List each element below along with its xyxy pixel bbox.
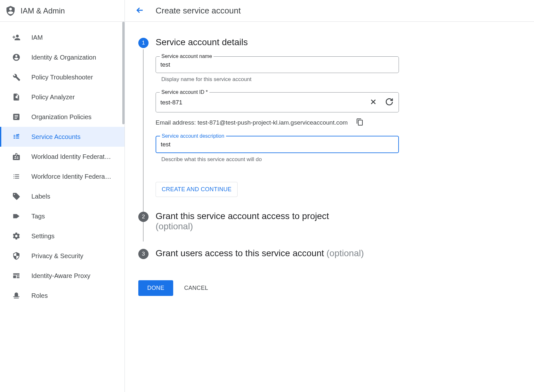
- sidebar-item-label: Policy Troubleshooter: [31, 74, 93, 81]
- sidebar-item-organization-policies[interactable]: Organization Policies: [0, 107, 125, 127]
- sidebar-item-privacy-security[interactable]: Privacy & Security: [0, 246, 125, 266]
- sidebar-item-policy-analyzer[interactable]: Policy Analyzer: [0, 87, 125, 107]
- service-account-name-input[interactable]: [160, 61, 394, 68]
- sidebar-item-workload-identity-federat[interactable]: Workload Identity Federat…: [0, 147, 125, 167]
- sidebar-item-label: Workload Identity Federat…: [31, 153, 111, 160]
- sidebar-nav: IAMIdentity & OrganizationPolicy Trouble…: [0, 22, 125, 306]
- cancel-button[interactable]: CANCEL: [184, 285, 208, 291]
- article-icon: [12, 113, 20, 121]
- description-label: Service account description: [160, 133, 226, 139]
- sidebar-item-label: Policy Analyzer: [31, 94, 75, 101]
- sidebar-item-tags[interactable]: Tags: [0, 206, 125, 226]
- step-3-circle: 3: [138, 249, 149, 259]
- step-2-title[interactable]: Grant this service account access to pro…: [156, 211, 521, 232]
- main-header: Create service account: [125, 0, 534, 22]
- sidebar-item-label: Tags: [31, 213, 45, 220]
- create-and-continue-button[interactable]: CREATE AND CONTINUE: [156, 182, 238, 197]
- account-circle-icon: [12, 53, 20, 61]
- scrollbar-thumb[interactable]: [122, 22, 125, 124]
- sidebar-item-label: Identity & Organization: [31, 54, 96, 61]
- sidebar-item-label: IAM: [31, 34, 43, 41]
- sidebar-item-label: Identity-Aware Proxy: [31, 272, 90, 280]
- step-1: 1 Service account details Service accoun…: [138, 37, 521, 197]
- sidebar-item-policy-troubleshooter[interactable]: Policy Troubleshooter: [0, 67, 125, 87]
- sidebar-item-label: Settings: [31, 233, 54, 240]
- page-title: Create service account: [156, 6, 241, 16]
- sidebar-item-label: Roles: [31, 292, 48, 299]
- label-arrow-icon: [12, 212, 20, 220]
- sidebar-item-labels[interactable]: Labels: [0, 186, 125, 206]
- sidebar-item-identity-aware-proxy[interactable]: Identity-Aware Proxy: [0, 266, 125, 286]
- step-1-title: Service account details: [156, 37, 521, 47]
- hat-icon: [12, 291, 20, 300]
- gear-icon: [12, 232, 20, 240]
- doc-search-icon: [12, 93, 20, 101]
- name-help: Display name for this service account: [161, 76, 399, 83]
- email-row: Email address: test-871@test-push-projec…: [156, 118, 399, 127]
- sidebar-item-iam[interactable]: IAM: [0, 28, 125, 47]
- back-button[interactable]: [134, 4, 146, 17]
- step-3: 3 Grant users access to this service acc…: [138, 248, 521, 267]
- service-account-description-input[interactable]: [161, 141, 394, 148]
- content: 1 Service account details Service accoun…: [125, 22, 534, 392]
- sidebar-item-label: Labels: [31, 193, 50, 200]
- wrench-icon: [12, 73, 20, 81]
- sidebar-item-identity-organization[interactable]: Identity & Organization: [0, 47, 125, 67]
- sidebar-item-settings[interactable]: Settings: [0, 226, 125, 246]
- step-3-title[interactable]: Grant users access to this service accou…: [156, 248, 521, 258]
- copy-email-button[interactable]: [355, 118, 364, 127]
- sidebar-item-workforce-identity-federa[interactable]: Workforce Identity Federa…: [0, 167, 125, 186]
- person-add-icon: [12, 33, 20, 42]
- service-account-name-field: Service account name: [156, 56, 399, 73]
- sidebar-item-label: Service Accounts: [31, 133, 80, 141]
- service-account-description-field: Service account description: [156, 136, 399, 153]
- arrow-back-icon: [135, 5, 145, 16]
- sidebar-item-label: Workforce Identity Federa…: [31, 173, 111, 180]
- list-icon: [12, 172, 20, 181]
- email-text: Email address: test-871@test-push-projec…: [156, 119, 348, 126]
- service-account-icon: [12, 133, 20, 141]
- done-button[interactable]: DONE: [138, 280, 173, 296]
- service-account-id-input[interactable]: [160, 99, 368, 106]
- refresh-icon: [385, 98, 393, 107]
- main-area: Create service account 1 Service account…: [125, 0, 534, 392]
- shield-icon: [12, 252, 20, 260]
- sidebar-item-label: Organization Policies: [31, 113, 92, 121]
- description-help: Describe what this service account will …: [161, 156, 399, 163]
- id-label: Service account ID *: [160, 89, 209, 95]
- step-connector: [143, 223, 143, 235]
- clear-id-button[interactable]: [368, 97, 378, 108]
- sidebar-header: IAM & Admin: [0, 0, 125, 22]
- sidebar-item-roles[interactable]: Roles: [0, 286, 125, 306]
- close-icon: [369, 98, 377, 107]
- sidebar: IAM & Admin IAMIdentity & OrganizationPo…: [0, 0, 125, 392]
- step-1-circle: 1: [138, 38, 149, 48]
- badge-icon: [12, 152, 20, 161]
- copy-icon: [356, 118, 364, 127]
- step-2-circle: 2: [138, 212, 149, 222]
- service-account-id-field: Service account ID *: [156, 92, 399, 112]
- tag-icon: [12, 192, 20, 200]
- regenerate-id-button[interactable]: [384, 97, 394, 108]
- step-2: 2 Grant this service account access to p…: [138, 211, 521, 241]
- iam-admin-shield-icon: [6, 7, 15, 15]
- name-label: Service account name: [160, 53, 214, 59]
- sidebar-item-service-accounts[interactable]: Service Accounts: [0, 127, 125, 147]
- sidebar-item-label: Privacy & Security: [31, 252, 83, 260]
- iap-icon: [12, 272, 20, 280]
- sidebar-title: IAM & Admin: [20, 6, 65, 15]
- action-row: DONE CANCEL: [138, 280, 521, 296]
